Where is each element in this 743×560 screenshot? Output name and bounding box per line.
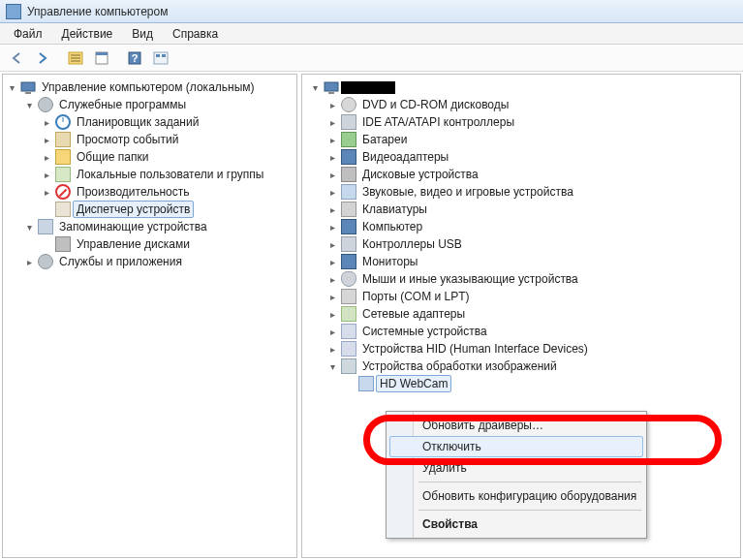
console-tree[interactable]: ▾ Управление компьютером (локальным) ▾ С…	[3, 75, 296, 274]
twisty-icon[interactable]: ▾	[5, 80, 18, 94]
toolbar-forward[interactable]	[30, 47, 55, 69]
toolbar-show-hide-tree[interactable]	[63, 47, 88, 69]
ctx-properties[interactable]: Свойства	[389, 513, 643, 535]
device-category[interactable]: ▸Мыши и иные указывающие устройства	[304, 270, 738, 288]
kb-icon	[341, 202, 356, 217]
ctx-update-drivers[interactable]: Обновить драйверы…	[389, 415, 643, 436]
device-category[interactable]: ▸Системные устройства	[304, 323, 738, 340]
computer-management-icon	[20, 79, 36, 95]
device-category[interactable]: ▸IDE ATA/ATAPI контроллеры	[304, 113, 738, 131]
gear-icon	[38, 97, 53, 112]
twisty-icon[interactable]: ▸	[325, 290, 339, 303]
device-item-hd-webcam[interactable]: HD WebCam	[304, 375, 738, 392]
clock-icon	[55, 114, 71, 130]
svg-rect-7	[162, 54, 166, 57]
toolbar-properties[interactable]	[89, 47, 114, 69]
toolbar-view-mode[interactable]	[148, 47, 173, 69]
ctx-item-label: Удалить	[422, 461, 467, 475]
tree-group-label: Запоминающие устройства	[55, 218, 211, 235]
device-tree-root[interactable]: ▾	[304, 78, 738, 96]
svg-rect-8	[21, 82, 35, 91]
ctx-uninstall[interactable]: Удалить	[389, 457, 643, 479]
device-category-label: Звуковые, видео и игровые устройства	[358, 183, 577, 201]
menu-view[interactable]: Вид	[122, 25, 163, 43]
twisty-icon[interactable]: ▾	[325, 359, 339, 373]
device-category-label: Порты (COM и LPT)	[358, 288, 474, 305]
twisty-icon[interactable]: ▸	[325, 325, 339, 338]
twisty-icon[interactable]: ▾	[308, 80, 322, 94]
twisty-icon[interactable]: ▸	[325, 115, 339, 129]
tree-item-shared-folders[interactable]: ▸Общие папки	[40, 148, 294, 166]
tree-group-storage[interactable]: ▾ Запоминающие устройства	[22, 218, 294, 235]
tree-item-label: Диспетчер устройств	[73, 201, 194, 218]
ctx-scan-hardware[interactable]: Обновить конфигурацию оборудования	[389, 485, 643, 507]
twisty-icon[interactable]: ▸	[40, 168, 53, 181]
device-category[interactable]: ▸Звуковые, видео и игровые устройства	[304, 183, 738, 201]
twisty-icon[interactable]: ▸	[22, 255, 36, 268]
twisty-icon[interactable]: ▸	[40, 115, 53, 129]
device-category[interactable]: ▸DVD и CD-ROM дисководы	[304, 96, 738, 113]
tree-item-device-manager[interactable]: Диспетчер устройств	[40, 201, 294, 218]
twisty-icon[interactable]: ▸	[325, 342, 339, 356]
svg-rect-2	[96, 52, 108, 55]
twisty-icon[interactable]: ▸	[325, 133, 339, 146]
menu-file[interactable]: Файл	[4, 25, 52, 43]
window-title: Управление компьютером	[27, 5, 168, 18]
tree-item-label: Управление дисками	[73, 235, 194, 253]
device-category[interactable]: ▸Батареи	[304, 131, 738, 148]
twisty-icon[interactable]: ▸	[40, 133, 53, 146]
device-category-imaging[interactable]: ▾ Устройства обработки изображений	[304, 358, 738, 375]
device-category[interactable]: ▸Порты (COM и LPT)	[304, 288, 738, 305]
disk-icon	[341, 167, 356, 182]
aud-icon	[341, 184, 356, 200]
twisty-icon[interactable]: ▸	[325, 272, 339, 286]
device-category[interactable]: ▸Сетевые адаптеры	[304, 305, 738, 323]
device-category[interactable]: ▸Видеоадаптеры	[304, 148, 738, 166]
ctx-separator	[418, 482, 641, 482]
device-category[interactable]: ▸Мониторы	[304, 253, 738, 270]
twisty-icon[interactable]: ▸	[325, 185, 339, 199]
mouse-icon	[341, 271, 356, 287]
twisty-icon[interactable]: ▸	[40, 185, 53, 199]
twisty-icon[interactable]: ▸	[40, 150, 53, 164]
device-category[interactable]: ▸Клавиатуры	[304, 201, 738, 218]
device-category-label: Компьютер	[358, 218, 426, 235]
svg-rect-5	[154, 52, 168, 64]
twisty-icon[interactable]: ▸	[325, 307, 339, 321]
ctx-separator	[418, 510, 641, 511]
twisty-icon[interactable]: ▾	[22, 220, 36, 233]
device-category-label: IDE ATA/ATAPI контроллеры	[358, 113, 518, 131]
tree-root-label: Управление компьютером (локальным)	[38, 78, 259, 96]
device-category-label: Дисковые устройства	[358, 166, 482, 183]
device-manager-icon	[55, 202, 71, 217]
toolbar: ?	[0, 45, 743, 72]
twisty-icon[interactable]: ▾	[22, 98, 36, 111]
twisty-icon[interactable]: ▸	[325, 150, 339, 164]
twisty-icon[interactable]: ▸	[325, 220, 339, 233]
tree-item-task-scheduler[interactable]: ▸Планировщик заданий	[40, 113, 294, 131]
tree-item-label: Производительность	[73, 183, 193, 201]
tree-item-performance[interactable]: ▸Производительность	[40, 183, 294, 201]
device-category[interactable]: ▸Компьютер	[304, 218, 738, 235]
twisty-icon[interactable]: ▸	[325, 168, 339, 181]
twisty-icon[interactable]: ▸	[325, 255, 339, 268]
tree-group-utilities[interactable]: ▾ Служебные программы	[22, 96, 294, 113]
toolbar-back[interactable]	[4, 47, 29, 69]
tree-item-disk-management[interactable]: Управление дисками	[40, 235, 294, 253]
device-tree[interactable]: ▾ ▸DVD и CD-ROM дисководы▸IDE ATA/ATAPI …	[302, 75, 740, 396]
tree-group-services[interactable]: ▸ Службы и приложения	[22, 253, 294, 270]
menu-action[interactable]: Действие	[52, 25, 123, 43]
twisty-icon[interactable]: ▸	[325, 98, 339, 111]
ctx-disable[interactable]: Отключить	[389, 436, 643, 457]
tree-root[interactable]: ▾ Управление компьютером (локальным)	[5, 78, 294, 96]
device-category[interactable]: ▸Устройства HID (Human Interface Devices…	[304, 340, 738, 358]
twisty-icon[interactable]: ▸	[325, 237, 339, 251]
toolbar-help[interactable]: ?	[122, 47, 147, 69]
device-category[interactable]: ▸Дисковые устройства	[304, 166, 738, 183]
menu-help[interactable]: Справка	[163, 25, 228, 43]
twisty-icon[interactable]: ▸	[325, 202, 339, 216]
tree-item-local-users[interactable]: ▸Локальные пользователи и группы	[40, 166, 294, 183]
device-category[interactable]: ▸Контроллеры USB	[304, 235, 738, 253]
cd-icon	[341, 97, 356, 112]
tree-item-event-viewer[interactable]: ▸Просмотр событий	[40, 131, 294, 148]
